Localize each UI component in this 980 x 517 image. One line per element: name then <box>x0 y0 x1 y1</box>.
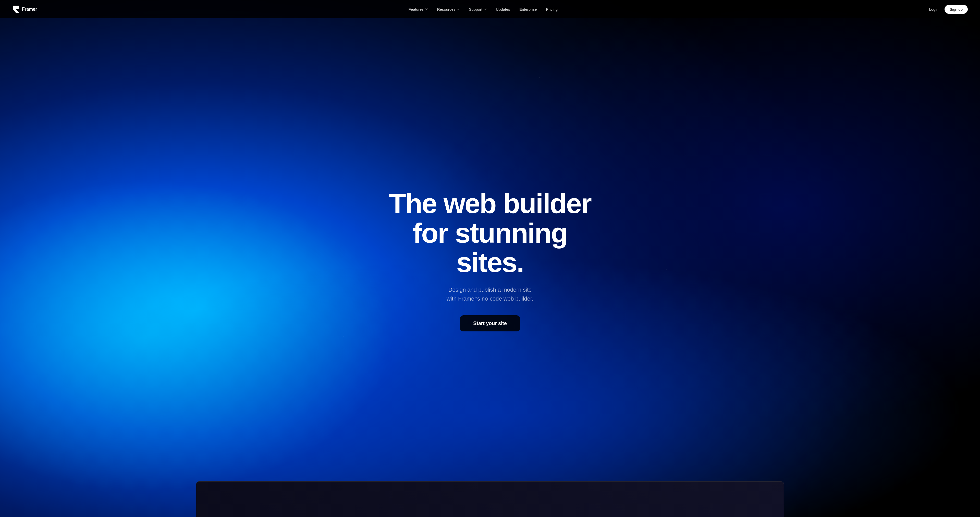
hero-screen-inner <box>196 482 784 517</box>
hero-subtitle-line1: Design and publish a modern site <box>449 287 532 293</box>
nav-brand-group: Framer <box>12 6 37 13</box>
nav-links: Features Resources Support Updates Enter… <box>409 7 558 11</box>
hero-title: The web builder for stunning sites. <box>380 189 600 277</box>
nav-auth: Login Sign up <box>929 5 968 14</box>
hero-subtitle: Design and publish a modern site with Fr… <box>380 285 600 303</box>
chevron-down-icon <box>484 8 487 11</box>
hero-screen-mockup <box>196 481 784 517</box>
chevron-down-icon <box>425 8 428 11</box>
hero-subtitle-line2: with Framer's no-code web builder. <box>447 295 533 302</box>
nav-features[interactable]: Features <box>409 7 428 11</box>
nav-pricing[interactable]: Pricing <box>546 7 558 11</box>
brand-name[interactable]: Framer <box>22 6 37 12</box>
nav-updates[interactable]: Updates <box>496 7 510 11</box>
hero-title-line1: The web builder <box>389 188 591 219</box>
hero-section: The web builder for stunning sites. Desi… <box>0 0 980 517</box>
framer-logo-icon <box>12 6 19 13</box>
login-button[interactable]: Login <box>929 7 939 11</box>
signup-button[interactable]: Sign up <box>945 5 968 14</box>
nav-enterprise[interactable]: Enterprise <box>519 7 537 11</box>
chevron-down-icon <box>457 8 460 11</box>
nav-resources[interactable]: Resources <box>437 7 460 11</box>
hero-content: The web builder for stunning sites. Desi… <box>375 189 605 331</box>
hero-cta-button[interactable]: Start your site <box>460 316 520 331</box>
navbar: Framer Features Resources Support Update… <box>0 0 980 18</box>
nav-support[interactable]: Support <box>469 7 487 11</box>
hero-title-line2: for stunning sites. <box>413 217 567 278</box>
